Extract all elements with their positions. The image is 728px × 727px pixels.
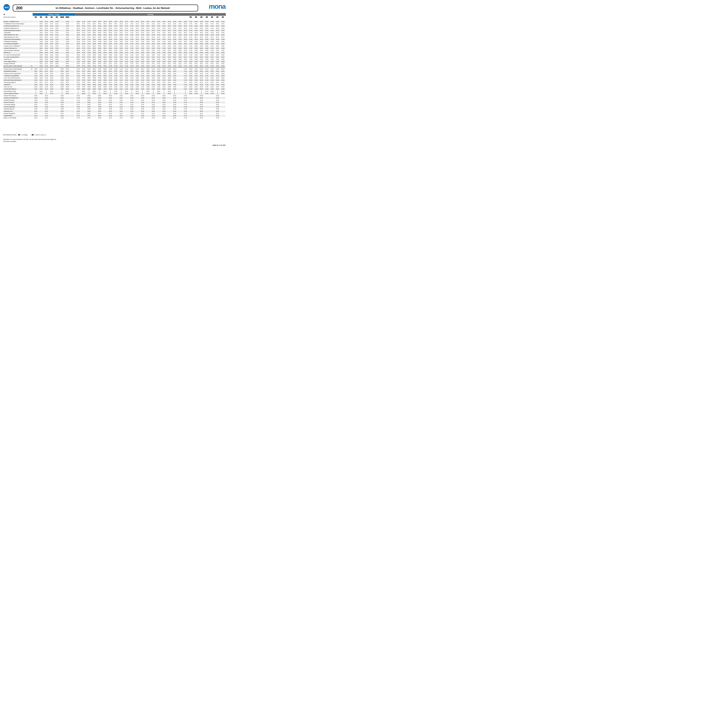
skip-cell [76, 90, 81, 92]
skip-cell [44, 93, 49, 95]
time-cell: 08.56 [92, 79, 97, 81]
time-cell: 18.49 [194, 41, 199, 43]
time-cell: 15.27 [167, 56, 172, 58]
time-cell: 11.24 [124, 49, 129, 51]
time-cell: 13.54 [145, 75, 150, 77]
time-cell: 19.21 [33, 70, 38, 72]
time-cell: 14.55 [156, 77, 161, 79]
time-cell: 07.48 [86, 38, 92, 40]
time-cell: 23.05 [54, 65, 60, 67]
time-cell: 07.53 [86, 47, 92, 49]
time-cell: 13.57 [145, 81, 150, 83]
empty-cell [54, 93, 60, 95]
time-cell: 22.58 [215, 58, 220, 60]
stop-name: - Schumacherring/APC [3, 81, 33, 83]
time-cell: 13.21 [145, 45, 150, 47]
time-cell: 07.51 [81, 70, 86, 72]
empty-cell [177, 115, 183, 117]
empty-cell [113, 97, 118, 99]
time-cell: 15.05 [161, 65, 167, 67]
time-cell: 19.57 [38, 56, 44, 58]
time-cell: 00.00 [65, 61, 70, 63]
badge-spacer [81, 17, 86, 18]
time-cell: 16.12 [177, 28, 183, 29]
time-cell: 08.36 [86, 101, 92, 103]
time-cell: 15.12 [167, 25, 172, 27]
time-cell: 13.50 [145, 68, 150, 70]
time-cell: 13.28 [140, 84, 145, 86]
empty-cell [210, 108, 215, 110]
time-cell: 17.40 [188, 21, 193, 23]
time-cell: 20.40 [199, 110, 204, 112]
skip-stop-wavy-icon [110, 90, 111, 93]
empty-cell [70, 61, 75, 63]
time-cell: 12.10 [135, 21, 140, 23]
empty-cell [135, 108, 140, 110]
day-band-strip: Montag - Freitag Samstag [33, 13, 226, 16]
time-cell: 20.42 [44, 25, 49, 27]
time-cell: 14.23 [156, 47, 161, 49]
time-cell: 06.41 [76, 23, 81, 25]
time-cell: 19.25 [33, 77, 38, 79]
empty-cell [33, 63, 38, 65]
empty-cell [167, 113, 172, 115]
time-cell: 14.42 [151, 115, 156, 117]
time-cell: 19.21 [194, 70, 199, 72]
time-cell: 09.20 [102, 43, 108, 45]
hs-badge: HS [206, 17, 208, 18]
time-cell: 15.26 [161, 79, 167, 81]
skip-stop-wavy-icon [99, 90, 100, 93]
time-cell: 11.57 [129, 56, 135, 58]
empty-cell [145, 101, 150, 103]
time-cell: 07.38 [76, 106, 81, 108]
time-cell: 08.23 [92, 47, 97, 49]
time-cell: 10.10 [113, 21, 118, 23]
time-cell: 13.25 [140, 77, 145, 79]
empty-cell [177, 97, 183, 99]
hs-badge: HS [50, 17, 52, 18]
time-cell: 07.17 [81, 36, 86, 38]
skip-cell [97, 90, 102, 92]
time-cell: 16.26 [172, 79, 177, 81]
time-cell: 09.23 [102, 47, 108, 49]
empty-cell [145, 108, 150, 110]
hs-badge: HS [190, 17, 192, 18]
time-cell: 09.23 [97, 73, 102, 75]
empty-cell [156, 108, 161, 110]
hs-badge: HS [211, 17, 213, 18]
stop-name: - Dornierstr./Braut-u.Bahrweg [3, 49, 33, 51]
time-cell: 10.53 [113, 73, 118, 75]
time-cell: 22.20 [49, 68, 54, 70]
time-cell: 06.56 [76, 54, 81, 56]
time-cell: 15.42 [161, 115, 167, 117]
time-cell: 21.05 [44, 65, 49, 67]
time-cell: 10.51 [119, 45, 124, 47]
time-cell: 11.48 [129, 38, 135, 40]
stop-name: - CamboMare [3, 32, 33, 34]
time-cell: 08.19 [92, 41, 97, 43]
time-cell: 09.33 [97, 97, 102, 99]
time-cell: 00.26 [220, 79, 225, 81]
time-cell: 06.58 [76, 58, 81, 60]
time-cell: 13.42 [151, 25, 156, 27]
time-cell: 22.32 [210, 93, 215, 95]
empty-cell [204, 115, 210, 117]
time-cell: 20.47 [204, 36, 210, 38]
time-cell: 12.50 [140, 43, 145, 45]
time-cell: 11.58 [129, 58, 135, 60]
skip-stop-wavy-icon [153, 92, 154, 95]
empty-cell [177, 81, 183, 83]
time-cell: 13.40 [140, 110, 145, 112]
time-cell: 18.26 [188, 79, 193, 81]
table-row: - Zentrum (ehem. ZUM) (Steig B6)an20.052… [0, 65, 228, 67]
stop-name: - Daimler-/Zeppelinstr. [3, 113, 33, 115]
time-cell: 09.57 [108, 56, 113, 58]
time-cell: 22.42 [54, 25, 60, 27]
empty-cell [81, 99, 86, 101]
time-cell: 13.27 [140, 81, 145, 83]
time-cell: 13.27 [145, 56, 150, 58]
time-cell: 10.38 [108, 106, 113, 108]
time-cell: 19.25 [194, 77, 199, 79]
time-cell: 08.55 [97, 52, 102, 54]
time-cell: 14.11 [156, 23, 161, 25]
